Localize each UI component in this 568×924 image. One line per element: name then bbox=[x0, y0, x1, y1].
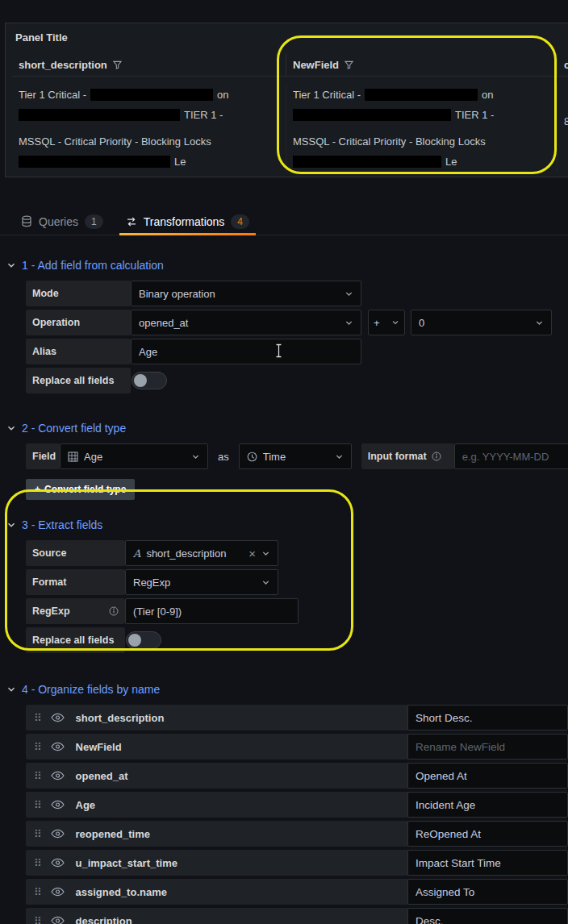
rename-input[interactable] bbox=[407, 734, 568, 760]
eye-icon[interactable] bbox=[49, 858, 66, 868]
cell-line: MSSQL - Critical Priority - Blocking Loc… bbox=[293, 131, 550, 152]
chevron-down-icon bbox=[6, 260, 16, 270]
format-row: Format RegExp bbox=[26, 569, 568, 595]
chevron-down-icon bbox=[261, 578, 270, 587]
grafana-panel-editor: Panel Title short_description NewField c bbox=[0, 0, 568, 924]
chevron-down-icon bbox=[345, 318, 353, 327]
redacted-text bbox=[293, 156, 441, 168]
table-cell-cutoff: 8 bbox=[558, 85, 568, 172]
cell-line: Le bbox=[293, 152, 550, 172]
section-header-add-field-from-calculation[interactable]: 1 - Add field from calculation bbox=[6, 256, 568, 274]
cell-text: Tier 1 Critical - bbox=[19, 89, 86, 101]
eye-icon[interactable] bbox=[49, 916, 66, 924]
field-name: Age bbox=[76, 799, 96, 811]
eye-icon[interactable] bbox=[49, 829, 66, 839]
alias-row: Alias bbox=[26, 339, 568, 364]
eye-icon[interactable] bbox=[49, 742, 66, 751]
field-name: opened_at bbox=[76, 770, 128, 782]
editor-tabs: Queries 1 Transformations 4 bbox=[0, 208, 568, 235]
regexp-input[interactable] bbox=[125, 598, 299, 624]
field-select[interactable]: Age bbox=[60, 443, 208, 469]
operation-select[interactable]: opened_at bbox=[131, 310, 361, 335]
convert-field-type-button[interactable]: + Convert field type bbox=[26, 479, 135, 500]
field-name: NewField bbox=[76, 741, 122, 753]
rename-input[interactable] bbox=[407, 850, 568, 876]
chevron-down-icon bbox=[261, 549, 270, 558]
input-format-input[interactable] bbox=[454, 443, 568, 469]
label-text: RegExp bbox=[32, 606, 70, 617]
clear-icon[interactable]: × bbox=[248, 547, 256, 560]
redacted-text bbox=[19, 109, 180, 121]
chevron-down-icon bbox=[6, 685, 16, 694]
plus-icon: + bbox=[35, 484, 40, 495]
table-cell-newfield: Tier 1 Critical - on TIER 1 - MSSQL - Cr… bbox=[286, 85, 558, 172]
tab-transformations[interactable]: Transformations 4 bbox=[115, 208, 261, 235]
mode-select[interactable]: Binary operation bbox=[131, 281, 361, 306]
rename-input[interactable] bbox=[407, 879, 568, 905]
column-header-short-description[interactable]: short_description bbox=[12, 53, 286, 76]
organize-row-opened-at: ⠿ opened_at bbox=[26, 763, 568, 789]
alias-label: Alias bbox=[26, 339, 131, 364]
section-2-rows: Field Age as Time Input f bbox=[26, 443, 568, 500]
source-label: Source bbox=[26, 540, 125, 566]
eye-icon[interactable] bbox=[49, 800, 66, 810]
drag-handle[interactable]: ⠿ bbox=[26, 915, 49, 924]
tab-label: Queries bbox=[39, 215, 78, 228]
tab-queries[interactable]: Queries 1 bbox=[10, 208, 115, 235]
cell-text: MSSQL - Critical Priority - Blocking Loc… bbox=[19, 135, 211, 148]
toggle-knob bbox=[128, 634, 141, 647]
drag-handle[interactable]: ⠿ bbox=[26, 712, 49, 724]
eye-icon[interactable] bbox=[49, 713, 66, 722]
replace-all-fields-toggle[interactable] bbox=[132, 372, 167, 389]
cell-text: MSSQL - Critical Priority - Blocking Loc… bbox=[293, 135, 486, 148]
select-value: Time bbox=[263, 451, 286, 463]
select-value: + bbox=[374, 317, 380, 329]
drag-handle[interactable]: ⠿ bbox=[26, 828, 49, 840]
drag-handle[interactable]: ⠿ bbox=[26, 857, 49, 869]
rename-input[interactable] bbox=[407, 792, 568, 818]
toggle-knob bbox=[134, 374, 147, 387]
cell-text: TIER 1 - bbox=[184, 109, 223, 121]
replace-all-fields-toggle[interactable] bbox=[126, 631, 161, 649]
drag-handle[interactable]: ⠿ bbox=[26, 886, 49, 898]
operator-select[interactable]: + bbox=[368, 310, 405, 335]
transformations-count-badge: 4 bbox=[231, 214, 249, 229]
rename-input[interactable] bbox=[407, 908, 568, 924]
section-header-organize-fields[interactable]: 4 - Organize fields by name bbox=[6, 681, 568, 698]
panel-preview: Panel Title short_description NewField c bbox=[5, 23, 568, 177]
filter-icon[interactable] bbox=[113, 60, 122, 69]
replace-all-fields-label: Replace all fields bbox=[26, 368, 131, 393]
filter-icon[interactable] bbox=[345, 60, 353, 69]
rename-input[interactable] bbox=[407, 821, 568, 847]
database-icon bbox=[21, 215, 32, 227]
section-header-extract-fields[interactable]: 3 - Extract fields bbox=[6, 516, 568, 534]
chevron-down-icon bbox=[335, 452, 344, 461]
eye-icon[interactable] bbox=[49, 887, 66, 897]
drag-handle[interactable]: ⠿ bbox=[26, 741, 49, 753]
organize-row-left: ⠿ opened_at bbox=[26, 763, 407, 789]
text-cursor bbox=[275, 343, 282, 358]
drag-handle[interactable]: ⠿ bbox=[26, 799, 49, 811]
time-icon bbox=[247, 452, 257, 462]
organize-row-left: ⠿ u_impact_start_time bbox=[26, 850, 407, 876]
drag-handle[interactable]: ⠿ bbox=[26, 770, 49, 782]
replace-all-fields-row: Replace all fields bbox=[26, 368, 568, 393]
operation-row: Operation opened_at + 0 bbox=[26, 310, 568, 335]
section-header-convert-field-type[interactable]: 2 - Convert field type bbox=[6, 419, 568, 437]
rename-input[interactable] bbox=[407, 763, 568, 789]
section-title: 2 - Convert field type bbox=[22, 422, 126, 435]
column-header-newfield[interactable]: NewField bbox=[286, 53, 558, 76]
eye-icon[interactable] bbox=[49, 771, 66, 780]
operation-label: Operation bbox=[26, 310, 131, 335]
type-select[interactable]: Time bbox=[239, 443, 352, 469]
operand-select[interactable]: 0 bbox=[411, 310, 552, 335]
alias-input[interactable] bbox=[131, 339, 361, 364]
column-header-cutoff[interactable]: c bbox=[558, 53, 568, 76]
chevron-down-icon bbox=[191, 452, 200, 461]
panel-title: Panel Title bbox=[6, 23, 568, 44]
source-select[interactable]: A short_description × bbox=[125, 540, 278, 566]
transform-icon bbox=[126, 216, 137, 227]
rename-input[interactable] bbox=[407, 705, 568, 730]
format-select[interactable]: RegExp bbox=[125, 569, 278, 595]
table-cell-short-description: Tier 1 Critical - on TIER 1 - MSSQL - Cr… bbox=[12, 85, 286, 172]
